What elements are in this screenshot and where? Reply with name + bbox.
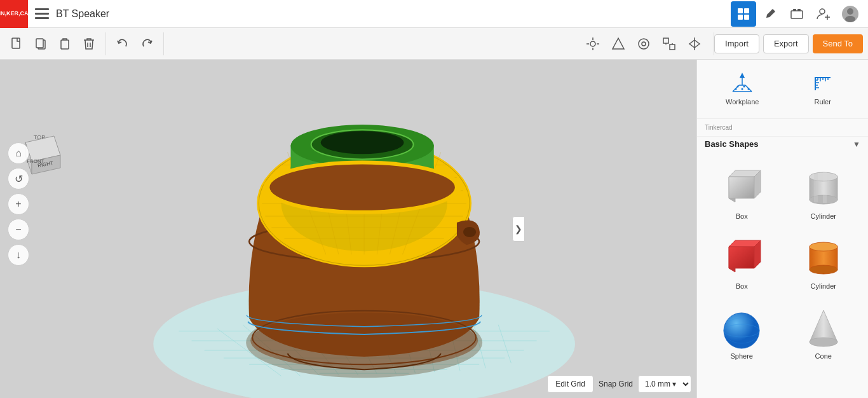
svg-rect-6 — [744, 15, 749, 20]
svg-rect-10 — [797, 9, 801, 11]
svg-point-121 — [810, 265, 837, 274]
orange-cylinder-label: Cylinder — [811, 282, 836, 290]
shape-gray-cone[interactable]: Cone — [787, 301, 861, 364]
shape-gray-box[interactable]: Box — [705, 161, 779, 224]
sendto-button[interactable]: Send To — [813, 34, 863, 53]
snap-grid-select[interactable]: 1.0 mm ▾ 0.5 mm 2.0 mm — [638, 375, 691, 393]
svg-text:TOP: TOP — [34, 134, 45, 141]
svg-point-11 — [820, 9, 825, 14]
shapes-category: Basic Shapes — [705, 139, 759, 149]
svg-point-81 — [321, 131, 404, 154]
svg-point-95 — [737, 86, 739, 88]
gray-box-icon — [716, 165, 767, 210]
gray-box-label: Box — [736, 212, 748, 220]
svg-point-16 — [845, 16, 855, 22]
snap-grid-label: Snap Grid — [599, 380, 633, 388]
panel-toggle[interactable]: ❯ — [512, 216, 525, 242]
gray-cone-icon — [798, 305, 849, 350]
svg-point-96 — [743, 86, 745, 88]
group-button[interactable] — [632, 32, 655, 55]
orbit-button[interactable]: ↺ — [8, 168, 29, 189]
3d-scene — [0, 60, 696, 398]
home-view-button[interactable]: ⌂ — [8, 142, 29, 164]
red-box-label: Box — [736, 282, 748, 290]
svg-point-24 — [639, 39, 649, 49]
avatar-button[interactable] — [837, 1, 863, 27]
right-sidebar: Workplane — [696, 60, 868, 398]
svg-point-92 — [735, 88, 737, 90]
gray-cylinder-label: Cylinder — [811, 212, 836, 220]
import-button[interactable]: Import — [714, 34, 759, 53]
svg-rect-20 — [61, 40, 69, 49]
shapes-grid: Box — [697, 154, 868, 371]
redo-button[interactable] — [135, 32, 158, 55]
svg-rect-1 — [35, 13, 49, 15]
workplane-label: Workplane — [726, 98, 759, 106]
ruler-label: Ruler — [815, 98, 831, 106]
svg-point-120 — [810, 242, 837, 251]
svg-text:FRONT: FRONT — [27, 158, 44, 164]
svg-rect-8 — [791, 11, 803, 18]
svg-rect-26 — [663, 38, 668, 43]
svg-point-14 — [842, 6, 858, 22]
gray-cylinder-icon — [798, 165, 849, 210]
shape-red-box[interactable]: Box — [705, 231, 779, 294]
project-title: BT Speaker — [56, 8, 731, 20]
gray-cone-label: Cone — [815, 352, 832, 360]
svg-rect-19 — [36, 39, 43, 48]
svg-rect-4 — [744, 8, 749, 13]
blue-sphere-label: Sphere — [731, 352, 753, 360]
svg-point-84 — [269, 164, 455, 210]
undo-button[interactable] — [111, 32, 134, 55]
svg-rect-5 — [738, 15, 743, 20]
delete-button[interactable] — [78, 32, 100, 55]
project-menu-icon[interactable] — [31, 0, 53, 28]
blue-sphere-icon — [716, 305, 767, 350]
svg-rect-0 — [35, 8, 49, 10]
svg-point-93 — [742, 88, 743, 90]
svg-point-15 — [847, 8, 853, 15]
orange-cylinder-icon — [798, 235, 849, 280]
svg-rect-2 — [35, 17, 49, 19]
paste-button[interactable] — [53, 32, 76, 55]
svg-rect-9 — [793, 9, 796, 11]
shape-button[interactable] — [607, 32, 630, 55]
gallery-button[interactable] — [784, 1, 810, 27]
shapes-dropdown-arrow[interactable]: ▼ — [853, 140, 860, 149]
copy-button[interactable] — [29, 32, 52, 55]
svg-rect-27 — [670, 45, 675, 50]
workplane-button[interactable]: Workplane — [705, 67, 780, 111]
zoom-out-button[interactable]: − — [8, 219, 29, 240]
svg-point-126 — [810, 338, 837, 347]
zoom-in-button[interactable]: + — [8, 193, 29, 215]
grid-view-button[interactable] — [731, 1, 756, 27]
svg-marker-117 — [729, 247, 754, 268]
build-button[interactable] — [757, 1, 783, 27]
snap-button[interactable] — [658, 32, 681, 55]
shape-gray-cylinder[interactable]: Cylinder — [787, 161, 861, 224]
shape-orange-cylinder[interactable]: Cylinder — [787, 231, 861, 294]
svg-line-7 — [771, 10, 774, 13]
logo[interactable]: TIN,KER,CAD — [0, 0, 28, 28]
svg-rect-17 — [12, 38, 20, 48]
bottom-controls: Edit Grid Snap Grid 1.0 mm ▾ 0.5 mm 2.0 … — [547, 375, 691, 393]
ruler-button[interactable]: Ruler — [785, 67, 861, 111]
red-box-icon — [716, 235, 767, 280]
canvas-viewport[interactable]: TOP RIGHT FRONT ⌂ ↺ + − ↓ — [0, 60, 696, 398]
edit-grid-button[interactable]: Edit Grid — [547, 375, 593, 393]
new-button[interactable] — [5, 32, 28, 55]
shapes-header: Tinkercad — [697, 119, 868, 137]
mirror-button[interactable] — [683, 32, 706, 55]
svg-point-94 — [748, 88, 750, 90]
fit-view-button[interactable]: ↓ — [8, 244, 29, 266]
svg-rect-3 — [738, 8, 743, 13]
left-nav-controls: ⌂ ↺ + − ↓ — [8, 142, 29, 266]
export-button[interactable]: Export — [763, 34, 809, 53]
add-user-button[interactable] — [811, 1, 836, 27]
shape-blue-sphere[interactable]: Sphere — [705, 301, 779, 364]
svg-point-25 — [642, 42, 646, 46]
align-button[interactable] — [581, 32, 604, 55]
tinkercad-label: Tinkercad — [705, 124, 733, 131]
svg-point-60 — [250, 313, 478, 369]
svg-point-23 — [590, 41, 595, 46]
